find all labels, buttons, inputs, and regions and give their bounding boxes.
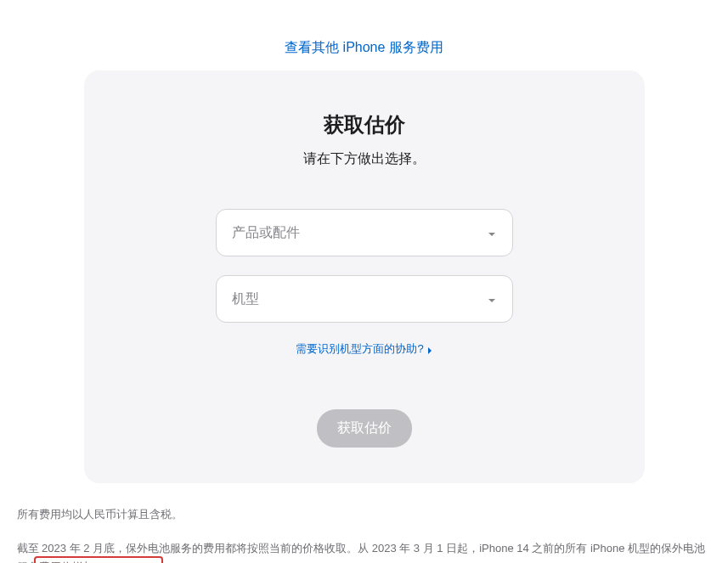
product-select-placeholder: 产品或配件 xyxy=(232,224,300,242)
footer-note-currency: 所有费用均以人民币计算且含税。 xyxy=(17,505,712,524)
get-estimate-button[interactable]: 获取估价 xyxy=(317,409,412,448)
footer-notes: 所有费用均以人民币计算且含税。 截至 2023 年 2 月底，保外电池服务的费用… xyxy=(8,505,720,563)
model-select-placeholder: 机型 xyxy=(232,290,259,308)
help-link-text: 需要识别机型方面的协助? xyxy=(296,341,423,357)
other-services-link[interactable]: 查看其他 iPhone 服务费用 xyxy=(0,25,728,70)
estimate-card: 获取估价 请在下方做出选择。 产品或配件 机型 需要识别机型方面的协助? 获取估… xyxy=(84,70,645,483)
chevron-down-icon xyxy=(487,294,497,304)
card-title: 获取估价 xyxy=(135,111,594,138)
model-select[interactable]: 机型 xyxy=(216,275,513,323)
chevron-down-icon xyxy=(487,228,497,238)
card-subtitle: 请在下方做出选择。 xyxy=(135,150,594,168)
chevron-right-icon xyxy=(427,345,432,353)
product-select-wrapper: 产品或配件 xyxy=(216,209,513,256)
footer-note-price-change: 截至 2023 年 2 月底，保外电池服务的费用都将按照当前的价格收取。从 20… xyxy=(17,539,712,563)
model-select-wrapper: 机型 xyxy=(216,275,513,323)
product-select[interactable]: 产品或配件 xyxy=(216,209,513,256)
identify-model-help-link[interactable]: 需要识别机型方面的协助? xyxy=(135,341,594,357)
note-container: 截至 2023 年 2 月底，保外电池服务的费用都将按照当前的价格收取。从 20… xyxy=(17,539,712,563)
